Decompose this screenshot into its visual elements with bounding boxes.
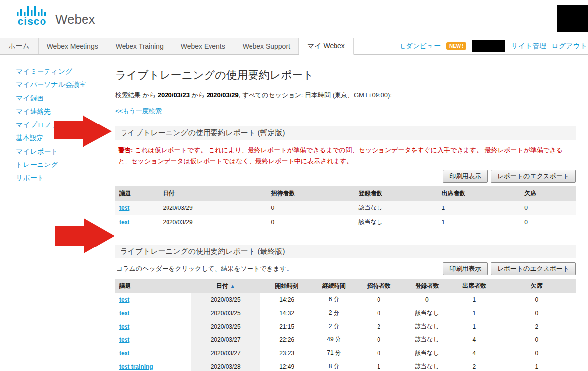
column-header-topic: 議題 [115, 186, 159, 201]
table-cell: 2 [498, 320, 576, 333]
column-header-attended[interactable]: 出席者数 [451, 279, 497, 293]
column-header-date-sorted[interactable]: 日付▲ [191, 279, 260, 293]
table-cell: 21:15 [260, 320, 313, 333]
column-header-invited[interactable]: 招待者数 [355, 279, 403, 293]
table-cell: 0 [498, 306, 576, 320]
table-cell: 2020/03/29 [159, 215, 267, 229]
table-cell: 14:32 [260, 306, 313, 320]
page-title: ライブトレーニングの使用要約レポート [115, 68, 576, 82]
annotation-arrow-icon [55, 218, 115, 253]
column-header-invited: 招待者数 [267, 186, 355, 201]
table-cell: 0 [355, 346, 403, 360]
sidebar-item-training[interactable]: トレーニング [16, 158, 99, 171]
search-summary-text: , すべてのセッション: 日本時間 (東京、GMT+09:00): [239, 91, 392, 99]
column-header-start-time[interactable]: 開始時刻 [260, 279, 313, 293]
sidebar-item-my-personal-room[interactable]: マイパーソナル会議室 [16, 78, 99, 91]
session-topic-link[interactable]: test [119, 219, 129, 226]
column-header-registered[interactable]: 登録者数 [403, 279, 451, 293]
table-cell: 0 [267, 201, 355, 215]
table-cell: 1 [451, 320, 497, 333]
table-cell: 4 [451, 333, 497, 346]
table-cell: 2 [355, 320, 403, 333]
search-result-summary: 検索結果 から 2020/03/23 から 2020/03/29, すべてのセッ… [115, 91, 576, 100]
table-row: test2020/03/2723:2371 分0該当なし40 [115, 346, 576, 360]
table-cell: 6 分 [313, 293, 355, 306]
interim-section-header: ライブトレーニングの使用要約レポート (暫定版) [115, 126, 576, 140]
table-cell: 0 [498, 333, 576, 346]
table-cell: 0 [267, 215, 355, 229]
tab-my-webex[interactable]: マイ Webex [299, 38, 354, 55]
tab-webex-meetings[interactable]: Webex Meetings [39, 38, 107, 54]
table-cell: 1 [451, 293, 497, 306]
table-cell: 2020/03/25 [191, 293, 260, 306]
search-again-link[interactable]: <<もう一度検索 [115, 107, 162, 116]
session-topic-link[interactable]: test [119, 336, 129, 343]
table-row: test2020/03/2521:152 分2該当なし12 [115, 320, 576, 333]
table-cell: 0 [355, 333, 403, 346]
redacted-user-avatar [557, 5, 588, 32]
sidebar-item-support[interactable]: サポート [16, 171, 99, 185]
session-topic-link[interactable]: test [119, 205, 129, 211]
table-cell: 1 [437, 215, 520, 229]
table-cell: 12:49 [260, 360, 313, 371]
printer-friendly-button[interactable]: 印刷用表示 [443, 170, 488, 183]
table-cell: test [115, 320, 191, 333]
tab-webex-support[interactable]: Webex Support [234, 38, 299, 54]
tab-webex-training[interactable]: Webex Training [107, 38, 172, 54]
page-header: cisco Webex [0, 0, 588, 38]
table-cell: 0 [403, 293, 451, 306]
column-header-date: 日付 [159, 186, 267, 201]
webex-wordmark: Webex [55, 13, 95, 26]
column-header-attended: 出席者数 [437, 186, 520, 201]
session-topic-link[interactable]: test [119, 350, 129, 357]
session-topic-link[interactable]: test training [119, 363, 153, 370]
export-report-button[interactable]: レポートのエクスポート [491, 262, 576, 275]
table-cell: 2020/03/25 [191, 320, 260, 333]
sidebar-item-my-meetings[interactable]: マイミーティング [16, 65, 99, 78]
table-row: test2020/03/2514:322 分0該当なし10 [115, 306, 576, 320]
column-header-duration[interactable]: 継続時間 [313, 279, 355, 293]
sort-ascending-icon: ▲ [230, 283, 235, 289]
redacted-username [472, 40, 505, 52]
session-topic-link[interactable]: test [119, 310, 129, 317]
modern-view-link[interactable]: モダンビュー [398, 42, 441, 51]
tab-home[interactable]: ホーム [0, 38, 39, 54]
table-cell: 2 [451, 360, 497, 371]
column-header-absent[interactable]: 欠席 [498, 279, 576, 293]
final-report-section: ライブトレーニングの使用要約レポート (最終版) コラムのヘッダーをクリックして… [115, 245, 576, 371]
site-admin-link[interactable]: サイト管理 [511, 42, 546, 51]
table-cell: 2020/03/25 [191, 306, 260, 320]
session-topic-link[interactable]: test [119, 296, 129, 303]
main-navigation: ホーム Webex Meetings Webex Training Webex … [0, 38, 588, 55]
tab-webex-events[interactable]: Webex Events [172, 38, 234, 54]
table-cell: 1 [437, 201, 520, 215]
search-date-from: 2020/03/23 [158, 91, 190, 99]
table-row: test2020/03/2514:266 分0010 [115, 293, 576, 306]
final-toolbar: コラムのヘッダーをクリックして、結果をソートできます。 印刷用表示 レポートのエ… [115, 262, 576, 275]
table-header-row: 議題 日付▲ 開始時刻 継続時間 招待者数 登録者数 出席者数 欠席 [115, 279, 576, 293]
table-cell: 49 分 [313, 333, 355, 346]
printer-friendly-button[interactable]: 印刷用表示 [443, 262, 488, 275]
table-cell: 2020/03/27 [191, 333, 260, 346]
logout-link[interactable]: ログアウト [551, 42, 587, 51]
session-topic-link[interactable]: test [119, 323, 129, 330]
table-cell: 該当なし [403, 346, 451, 360]
table-cell: test [115, 293, 191, 306]
table-cell: 該当なし [355, 201, 438, 215]
search-summary-text: 検索結果 から [115, 91, 158, 99]
navbar-utility-links: モダンビュー NEW ! サイト管理 ログアウト [398, 38, 588, 54]
table-cell: 71 分 [313, 346, 355, 360]
table-row: test training2020/03/2812:498 分1該当なし21 [115, 360, 576, 371]
final-report-table: 議題 日付▲ 開始時刻 継続時間 招待者数 登録者数 出席者数 欠席 test2… [115, 279, 576, 371]
table-cell: 14:26 [260, 293, 313, 306]
annotation-arrow-icon [54, 115, 113, 148]
table-cell: 0 [520, 201, 576, 215]
column-header-topic[interactable]: 議題 [115, 279, 191, 293]
table-cell: 0 [498, 346, 576, 360]
export-report-button[interactable]: レポートのエクスポート [491, 170, 576, 183]
webex-logo: cisco Webex [16, 6, 95, 26]
sidebar-item-my-recordings[interactable]: マイ録画 [16, 91, 99, 105]
table-cell: 23:23 [260, 346, 313, 360]
table-cell: 4 [451, 346, 497, 360]
search-date-to: 2020/03/29 [207, 91, 239, 99]
